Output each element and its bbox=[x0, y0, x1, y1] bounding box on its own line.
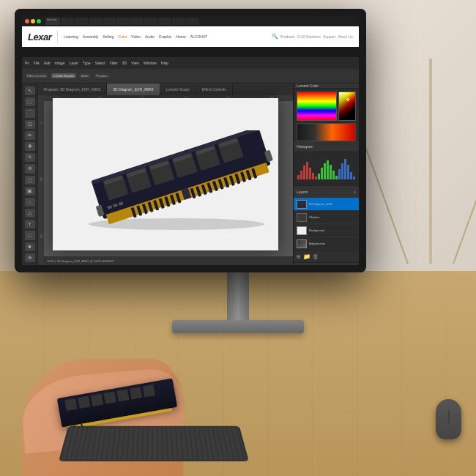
svg-rect-1 bbox=[300, 171, 302, 179]
browser-tab-8[interactable] bbox=[144, 18, 157, 25]
svg-rect-15 bbox=[341, 163, 343, 179]
ps-tool-lumetri[interactable]: Lumetri Scopes bbox=[51, 73, 76, 78]
nav-video[interactable]: Video bbox=[131, 34, 141, 39]
folder-layer-button[interactable]: 📁 bbox=[303, 253, 310, 260]
browser-tab-3[interactable] bbox=[75, 18, 88, 25]
ps-tool-program[interactable]: Program bbox=[94, 73, 109, 78]
ps-menu-type[interactable]: Type bbox=[83, 61, 91, 65]
ps-menu-image[interactable]: Image bbox=[55, 61, 65, 65]
layer-thumb-shadow bbox=[297, 213, 307, 222]
browser-tab[interactable]: lexar.com bbox=[45, 18, 60, 25]
nav-color[interactable]: Color bbox=[118, 34, 127, 39]
info-header: Info bbox=[294, 263, 359, 265]
wireless-keyboard[interactable] bbox=[59, 426, 249, 461]
svg-rect-3 bbox=[306, 162, 308, 179]
nav-about[interactable]: About Us bbox=[338, 34, 353, 39]
nav-graphic[interactable]: Graphic bbox=[159, 34, 172, 39]
add-layer-button[interactable]: ⊕ bbox=[296, 253, 301, 260]
browser-tab-4[interactable] bbox=[89, 18, 102, 25]
svg-rect-14 bbox=[338, 169, 341, 179]
browser-tab-10[interactable] bbox=[172, 18, 185, 25]
svg-rect-12 bbox=[332, 171, 335, 179]
ps-eyedropper-tool[interactable]: ✒ bbox=[25, 131, 35, 140]
ps-menu-select[interactable]: Select bbox=[95, 61, 105, 65]
ps-menu-file[interactable]: File bbox=[34, 61, 40, 65]
ps-tab-effect[interactable]: Effect Controls bbox=[196, 83, 233, 95]
ps-pen-tool[interactable]: △ bbox=[25, 209, 35, 217]
ps-heal-tool[interactable]: ✚ bbox=[25, 142, 35, 151]
ps-lasso-tool[interactable]: ⌒ bbox=[25, 108, 35, 117]
lexar-website: Lexar Learning Assembly Selling Color Vi… bbox=[22, 26, 359, 265]
ps-tools-panel: ↖ ⬚ ⌒ ⊡ ✒ ✚ ✎ ⊕ ◻ ▣ ○ △ T bbox=[22, 83, 38, 265]
browser-tab-6[interactable] bbox=[116, 18, 130, 25]
ps-crop-tool[interactable]: ⊡ bbox=[25, 120, 35, 129]
color-saturation-square[interactable] bbox=[338, 92, 356, 121]
ps-tool-audio[interactable]: Audio bbox=[79, 73, 91, 78]
layer-item-bg[interactable]: Background bbox=[294, 224, 359, 237]
layers-options[interactable]: ≡ bbox=[354, 190, 356, 194]
nav-alcohat[interactable]: ALCOHAT bbox=[190, 34, 207, 39]
layers-header: Layers ≡ bbox=[294, 186, 359, 198]
svg-rect-7 bbox=[318, 174, 320, 179]
ps-tool-effect[interactable]: Effect Controls bbox=[25, 73, 48, 78]
ps-menu-edit[interactable]: Edit bbox=[44, 61, 51, 65]
nav-support[interactable]: Support bbox=[323, 34, 336, 39]
ps-stamp-tool[interactable]: ⊕ bbox=[25, 164, 35, 173]
nav-home[interactable]: Home bbox=[176, 34, 185, 39]
ps-eraser-tool[interactable]: ◻ bbox=[25, 176, 35, 185]
browser-tab-9[interactable] bbox=[158, 18, 171, 25]
layer-item-adjust[interactable]: Adjustments bbox=[294, 237, 359, 250]
browser-tab-7[interactable] bbox=[130, 18, 144, 25]
color-cursor bbox=[346, 98, 349, 101]
ps-tab-active[interactable]: 3D Diagram_EXR_ABK5 bbox=[107, 83, 160, 95]
ps-gradient-tool[interactable]: ▣ bbox=[25, 187, 35, 196]
ps-dodge-tool[interactable]: ○ bbox=[25, 198, 35, 207]
minimize-window-button[interactable] bbox=[31, 19, 35, 23]
ps-select-tool[interactable]: ⬚ bbox=[25, 97, 35, 106]
search-icon[interactable]: 🔍 bbox=[272, 34, 278, 40]
nav-audio[interactable]: Audio bbox=[145, 34, 155, 39]
ps-move-tool[interactable]: ↖ bbox=[25, 86, 35, 95]
close-window-button[interactable] bbox=[25, 19, 29, 23]
svg-rect-9 bbox=[324, 163, 326, 179]
layer-item-shadow[interactable]: Shadow bbox=[294, 211, 359, 224]
layer-item-ram[interactable]: 3D Diagram_EXR bbox=[294, 198, 359, 211]
layers-label: Layers bbox=[297, 190, 308, 194]
ps-menu-layer[interactable]: Layer bbox=[69, 61, 78, 65]
nav-learning[interactable]: Learning bbox=[64, 34, 78, 39]
svg-rect-8 bbox=[321, 168, 323, 179]
browser-tab-2[interactable] bbox=[61, 18, 74, 25]
ps-type-tool[interactable]: T bbox=[25, 220, 35, 228]
wireless-mouse[interactable] bbox=[436, 399, 461, 439]
ps-shape-tool[interactable]: □ bbox=[25, 231, 35, 239]
maximize-window-button[interactable] bbox=[37, 19, 41, 23]
ps-zoom-tool[interactable]: ⊕ bbox=[25, 253, 35, 262]
svg-rect-17 bbox=[347, 165, 349, 179]
color-picker-controls bbox=[297, 92, 356, 121]
svg-rect-2 bbox=[303, 166, 305, 179]
ps-tab-3d[interactable]: Program: 3D Diagram_EXR_ABK5 bbox=[38, 83, 107, 95]
ps-brush-tool[interactable]: ✎ bbox=[25, 153, 35, 162]
hue-bar[interactable] bbox=[297, 92, 337, 121]
nav-products[interactable]: Products bbox=[280, 34, 295, 39]
browser-tab-11[interactable] bbox=[186, 18, 199, 25]
svg-rect-16 bbox=[344, 159, 346, 179]
ps-tab-lumetri[interactable]: Lumetri Scope bbox=[160, 83, 196, 95]
color-preview-bar bbox=[297, 123, 356, 141]
histogram-label: Histogram bbox=[297, 144, 313, 149]
ps-menu-ps[interactable]: Ps bbox=[25, 61, 29, 65]
ps-menu-view[interactable]: View bbox=[131, 61, 139, 65]
ps-menu-help[interactable]: Help bbox=[161, 61, 168, 65]
ps-menu-filter[interactable]: Filter bbox=[110, 61, 118, 65]
ps-hand-tool[interactable]: ☻ bbox=[25, 242, 35, 251]
lexar-logo: Lexar bbox=[28, 31, 51, 42]
nav-selling[interactable]: Selling bbox=[103, 34, 114, 39]
nav-assembly[interactable]: Assembly bbox=[83, 34, 99, 39]
ps-menu-window[interactable]: Window bbox=[144, 61, 157, 65]
ps-menu-3d[interactable]: 3D bbox=[122, 61, 127, 65]
browser-tab-5[interactable] bbox=[103, 18, 116, 25]
histogram-content bbox=[294, 152, 359, 185]
main-scene: lexar.com Lexar bbox=[0, 0, 476, 476]
delete-layer-button[interactable]: 🗑 bbox=[313, 253, 319, 260]
nav-clm[interactable]: CLM Solutions bbox=[297, 34, 321, 39]
